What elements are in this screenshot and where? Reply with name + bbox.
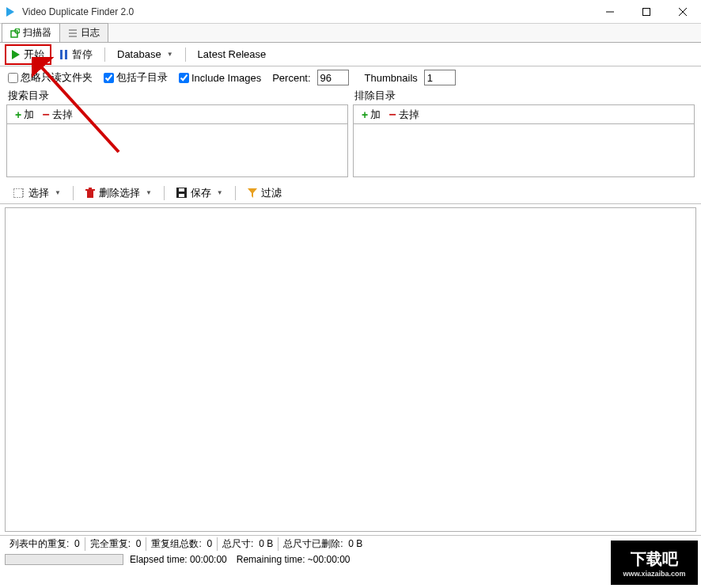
maximize-button[interactable] (628, 0, 665, 23)
status-full-dup: 完全重复: 0 (85, 537, 147, 551)
remaining-time: Remaining time: ~00:00:00 (237, 554, 350, 565)
tab-scanner[interactable]: 扫描器 (2, 23, 60, 42)
watermark-text: 下载吧 (631, 548, 678, 570)
watermark-url: www.xiazaiba.com (623, 570, 685, 578)
svg-rect-15 (85, 189, 95, 191)
plus-icon: + (15, 108, 21, 121)
status-dup-groups: 重复组总数: 0 (146, 537, 218, 551)
search-dir-title: 搜索目录 (6, 89, 348, 104)
exclude-dir-title: 排除目录 (353, 89, 695, 104)
exclude-add-button[interactable]: +加 (358, 107, 384, 123)
exclude-add-label: 加 (370, 108, 381, 122)
svg-rect-5 (11, 31, 17, 37)
pause-label: 暂停 (72, 47, 93, 62)
ignore-readonly-label: 忽略只读文件夹 (21, 70, 93, 85)
filter-icon (248, 188, 257, 198)
search-dir-toolbar: +加 −去掉 (6, 104, 348, 123)
separator (235, 186, 236, 200)
separator (185, 47, 186, 62)
database-label: Database (117, 48, 161, 60)
main-toolbar: 开始 暂停 Database ▼ Latest Release (0, 43, 701, 66)
percent-input[interactable] (317, 70, 349, 85)
include-images-checkbox[interactable]: Include Images (179, 72, 261, 84)
percent-label: Percent: (272, 72, 310, 84)
status-row-2: Elapsed time: 00:00:00 Remaining time: ~… (0, 552, 701, 567)
separator (164, 186, 165, 200)
app-logo-icon (5, 6, 16, 17)
minus-icon: − (388, 108, 396, 122)
chevron-down-icon: ▼ (55, 189, 61, 196)
tab-scanner-label: 扫描器 (23, 26, 51, 40)
save-button[interactable]: 保存 ▼ (169, 183, 230, 203)
filter-label: 过滤 (261, 186, 282, 200)
svg-rect-2 (643, 8, 650, 15)
delete-select-button[interactable]: 删除选择 ▼ (78, 183, 159, 203)
exclude-remove-label: 去掉 (399, 108, 419, 122)
search-add-button[interactable]: +加 (12, 107, 37, 123)
trash-icon (85, 188, 95, 199)
exclude-remove-button[interactable]: −去掉 (385, 107, 422, 123)
close-button[interactable] (665, 0, 701, 23)
database-button[interactable]: Database ▼ (110, 45, 180, 63)
latest-release-button[interactable]: Latest Release (191, 45, 274, 63)
main-tabs: 扫描器 日志 (0, 24, 701, 43)
save-label: 保存 (191, 186, 211, 200)
tab-log[interactable]: 日志 (59, 23, 108, 42)
plus-icon: + (362, 108, 368, 121)
elapsed-time: Elapsed time: 00:00:00 (130, 554, 227, 565)
latest-release-label: Latest Release (198, 48, 267, 60)
svg-marker-20 (248, 188, 257, 198)
start-label: 开始 (24, 47, 44, 62)
save-icon (176, 188, 187, 198)
svg-marker-0 (6, 7, 14, 17)
search-remove-button[interactable]: −去掉 (39, 107, 75, 123)
svg-marker-10 (12, 50, 20, 59)
include-subdir-checkbox[interactable]: 包括子目录 (104, 70, 168, 85)
select-button[interactable]: 选择 ▼ (6, 183, 68, 203)
svg-rect-11 (60, 50, 63, 59)
ignore-readonly-checkbox[interactable]: 忽略只读文件夹 (8, 70, 93, 85)
thumbnails-label: Thumbnails (365, 72, 418, 84)
status-total-size: 总尺寸: 0 B (218, 537, 279, 551)
window-title: Video Duplicate Finder 2.0 (22, 6, 592, 17)
search-dir-list[interactable] (6, 123, 348, 177)
svg-rect-13 (13, 188, 23, 198)
svg-rect-12 (65, 50, 67, 59)
separator (104, 47, 105, 62)
tab-log-label: 日志 (81, 26, 100, 40)
status-dup-in-list: 列表中的重复: 0 (5, 537, 85, 551)
start-button[interactable]: 开始 (5, 44, 51, 65)
svg-rect-16 (89, 188, 92, 189)
options-row: 忽略只读文件夹 包括子目录 Include Images Percent: Th… (0, 66, 701, 89)
exclude-dir-list[interactable] (353, 123, 695, 177)
select-icon (13, 188, 25, 198)
select-label: 选择 (28, 186, 49, 200)
chevron-down-icon: ▼ (146, 189, 152, 196)
status-bar: 列表中的重复: 0 完全重复: 0 重复组总数: 0 总尺寸: 0 B 总尺寸已… (0, 535, 701, 567)
progress-bar (5, 554, 123, 565)
include-subdir-label: 包括子目录 (116, 70, 168, 85)
directory-panels: 搜索目录 +加 −去掉 排除目录 +加 −去掉 (0, 89, 701, 182)
results-area[interactable] (5, 207, 696, 532)
scanner-icon (10, 28, 20, 38)
filter-button[interactable]: 过滤 (241, 183, 289, 203)
exclude-dir-toolbar: +加 −去掉 (353, 104, 695, 123)
svg-rect-19 (179, 188, 184, 192)
separator (73, 186, 74, 200)
titlebar: Video Duplicate Finder 2.0 (0, 0, 701, 24)
pause-button[interactable]: 暂停 (53, 44, 100, 65)
chevron-down-icon: ▼ (167, 51, 173, 58)
pause-icon (60, 50, 68, 59)
delete-select-label: 删除选择 (99, 186, 140, 200)
exclude-dir-group: 排除目录 +加 −去掉 (353, 89, 695, 177)
log-icon (68, 28, 78, 38)
search-dir-group: 搜索目录 +加 −去掉 (6, 89, 348, 177)
search-add-label: 加 (24, 108, 34, 122)
status-row-1: 列表中的重复: 0 完全重复: 0 重复组总数: 0 总尺寸: 0 B 总尺寸已… (0, 536, 701, 552)
search-remove-label: 去掉 (52, 108, 73, 122)
thumbnails-input[interactable] (424, 70, 456, 85)
status-deleted-size: 总尺寸已删除: 0 B (279, 537, 367, 551)
minimize-button[interactable] (592, 0, 628, 23)
watermark: 下载吧 www.xiazaiba.com (611, 541, 698, 585)
svg-rect-14 (87, 191, 93, 198)
